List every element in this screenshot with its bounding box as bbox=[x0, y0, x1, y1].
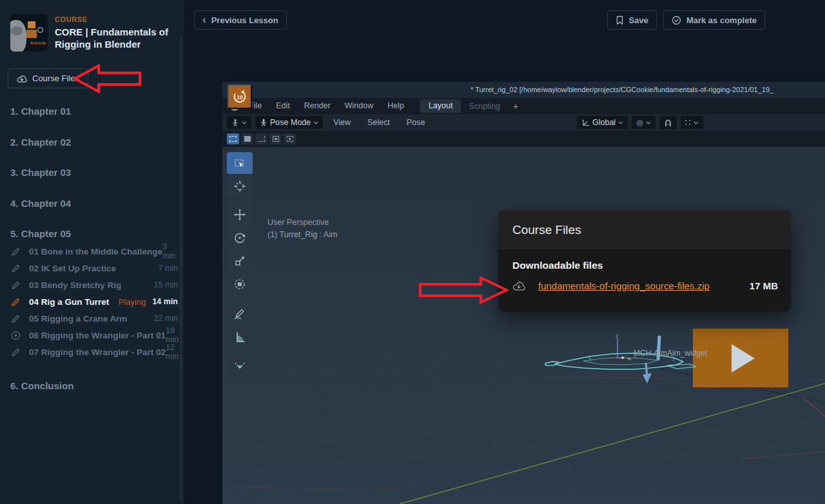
pencil-icon bbox=[11, 280, 21, 290]
pencil-icon bbox=[11, 264, 21, 273]
lesson-item-active[interactable]: 04 Rig a Gun Turret Playing 14 min bbox=[0, 293, 184, 310]
cursor-icon bbox=[233, 180, 246, 193]
add-workspace-icon: + bbox=[508, 101, 523, 111]
lesson-item[interactable]: 02 IK Set Up Practice 7 min bbox=[0, 260, 184, 276]
select-mode-extend bbox=[284, 133, 296, 144]
menu-pose: Pose bbox=[400, 118, 432, 127]
editor-type-dropdown bbox=[227, 116, 251, 129]
chevron-down-icon bbox=[313, 121, 318, 124]
mode-dropdown: Pose Mode bbox=[255, 116, 323, 129]
rotate-icon bbox=[233, 231, 246, 244]
lesson-title: 01 Bone in the Middle Challenge bbox=[29, 247, 162, 257]
viewport-grid bbox=[222, 147, 825, 504]
measure-icon bbox=[233, 331, 246, 344]
tool-transform bbox=[227, 273, 253, 295]
curve-falloff-icon bbox=[233, 359, 246, 372]
tab-scripting: Scripting bbox=[461, 102, 508, 111]
scale-icon bbox=[233, 255, 246, 267]
tool-scale bbox=[227, 250, 253, 272]
chapter-heading-4[interactable]: 4. Chapter 04 bbox=[10, 198, 71, 209]
select-box-icon bbox=[233, 157, 246, 170]
menu-help: Help bbox=[380, 98, 411, 114]
thumbnail-face-art bbox=[10, 20, 26, 52]
viewport-perspective-label: User Perspective bbox=[267, 218, 329, 227]
chapter-heading-2[interactable]: 2. Chapter 02 bbox=[10, 137, 71, 148]
lesson-title: 05 Rigging a Crane Arm bbox=[29, 314, 128, 324]
svg-text:10: 10 bbox=[237, 94, 243, 101]
chevron-down-icon bbox=[694, 121, 699, 124]
viewport-toolbar bbox=[227, 152, 253, 378]
blender-file-path: * Turret_rig_02 [/home/waylow/blender/pr… bbox=[471, 82, 773, 98]
chevron-left-icon: ‹ bbox=[202, 14, 206, 25]
lesson-duration: 22 min bbox=[153, 314, 178, 323]
tool-move bbox=[227, 204, 253, 226]
tool-measure bbox=[227, 326, 253, 348]
playing-badge: Playing bbox=[119, 297, 146, 307]
mark-as-complete-button[interactable]: Mark as complete bbox=[663, 10, 765, 30]
lesson-duration: 14 min bbox=[152, 297, 178, 306]
check-circle-icon bbox=[672, 15, 681, 25]
course-files-button[interactable]: Course Files bbox=[8, 68, 88, 88]
proportional-editing-dropdown: ∷ bbox=[681, 116, 703, 129]
tool-cursor bbox=[227, 175, 253, 197]
file-row: fundamentals-of-rigging_source-files.zip… bbox=[512, 280, 791, 291]
select-mode-row bbox=[222, 131, 825, 147]
snap-toggle bbox=[659, 116, 677, 129]
save-label: Save bbox=[629, 15, 648, 25]
cgcookie-logo-icon bbox=[37, 27, 43, 33]
chapter-heading-1[interactable]: 1. Chapter 01 bbox=[10, 106, 71, 117]
video-play-button[interactable] bbox=[693, 329, 788, 387]
chapter-heading-5[interactable]: 5. Chapter 05 bbox=[10, 228, 71, 239]
pencil-icon bbox=[11, 314, 21, 324]
annotate-pencil-icon bbox=[233, 307, 246, 320]
select-mode-lasso bbox=[269, 133, 282, 144]
source-files-download-link[interactable]: fundamentals-of-rigging_source-files.zip bbox=[538, 280, 710, 291]
workspace-tabs: Layout Scripting + bbox=[420, 99, 523, 113]
editor-type-icon bbox=[231, 119, 239, 126]
chevron-down-icon bbox=[618, 121, 623, 124]
chapter-heading-3[interactable]: 3. Chapter 03 bbox=[10, 167, 71, 178]
lesson-item[interactable]: 07 Rigging the Wrangler - Part 02 12 min bbox=[0, 344, 184, 360]
transform-icon bbox=[233, 278, 246, 291]
tool-select-box bbox=[227, 152, 253, 174]
file-size: 17 MB bbox=[750, 280, 778, 291]
lesson-item[interactable]: 03 Bendy Stretchy Rig 15 min bbox=[0, 276, 184, 293]
menu-edit: Edit bbox=[269, 98, 297, 114]
sidebar-scrollbar[interactable] bbox=[180, 37, 182, 501]
mark-as-complete-label: Mark as complete bbox=[686, 15, 757, 25]
viewport-header-right: Global ◎ ∷ bbox=[577, 116, 703, 129]
move-icon bbox=[233, 208, 246, 221]
chevron-down-icon bbox=[646, 121, 651, 124]
select-mode-tweak bbox=[227, 133, 239, 144]
select-mode-circle bbox=[255, 133, 267, 144]
tab-layout: Layout bbox=[420, 99, 461, 113]
course-kicker: COURSE bbox=[55, 15, 175, 23]
chapter-heading-conclusion[interactable]: 6. Conclusion bbox=[10, 380, 73, 391]
menu-view: View bbox=[327, 118, 357, 127]
axes-icon bbox=[581, 119, 590, 127]
lesson-item[interactable]: 01 Bone in the Middle Challenge 3 min bbox=[0, 243, 184, 260]
lesson-title: 06 Rigging the Wrangler - Part 01 bbox=[29, 331, 166, 340]
viewport-collection-label: (1) Turret_Rig : Aim bbox=[267, 230, 337, 239]
pivot-point-icon: ◎ bbox=[636, 119, 643, 126]
topbar-actions: Save Mark as complete bbox=[607, 10, 765, 30]
tool-annotate bbox=[227, 303, 253, 325]
lesson-duration: 12 min bbox=[166, 343, 179, 361]
select-mode-box bbox=[241, 133, 253, 144]
video-rewind-10-button[interactable]: 10 bbox=[228, 84, 252, 109]
course-thumbnail: RIGGIN bbox=[10, 14, 48, 52]
thumbnail-robot-body-art bbox=[26, 30, 37, 38]
downloadable-files-heading: Downloadable files bbox=[512, 260, 791, 271]
previous-lesson-button[interactable]: ‹ Previous Lesson bbox=[194, 10, 287, 30]
tool-curve bbox=[227, 354, 253, 376]
x-axis-line bbox=[802, 397, 825, 416]
sidebar: RIGGIN COURSE CORE | Fundamentals of Rig… bbox=[0, 0, 184, 504]
lesson-title: 03 Bendy Stretchy Rig bbox=[29, 280, 121, 290]
previous-lesson-label: Previous Lesson bbox=[211, 15, 278, 25]
play-icon bbox=[732, 344, 755, 373]
save-button[interactable]: Save bbox=[607, 10, 657, 30]
lesson-list: 01 Bone in the Middle Challenge 3 min 02… bbox=[0, 243, 184, 360]
lesson-item[interactable]: 06 Rigging the Wrangler - Part 01 19 min bbox=[0, 327, 184, 344]
pose-mode-icon bbox=[260, 119, 267, 126]
lesson-item[interactable]: 05 Rigging a Crane Arm 22 min bbox=[0, 310, 184, 327]
